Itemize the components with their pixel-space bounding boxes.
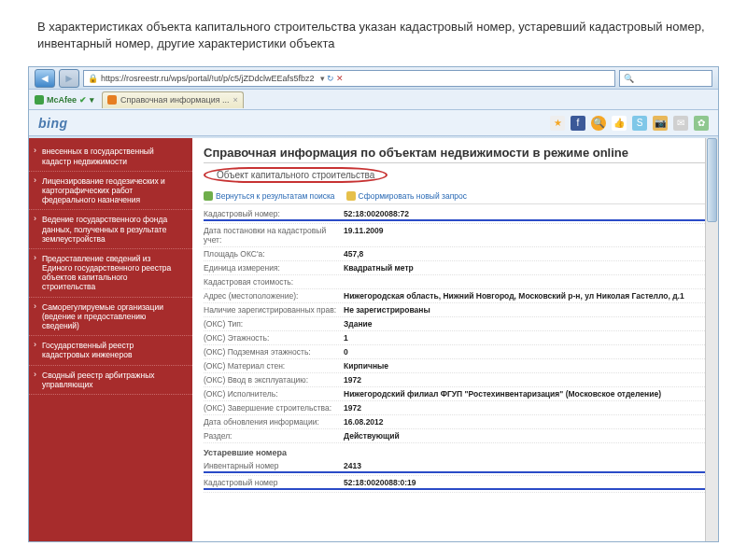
mcafee-label: McAfee — [47, 95, 77, 105]
search-bar[interactable]: 🔍 — [619, 70, 712, 87]
thumb-icon[interactable]: 👍 — [612, 116, 627, 131]
mcafee-badge[interactable]: McAfee ✔ ▾ — [35, 95, 94, 105]
check-icon: ✔ — [79, 95, 87, 105]
row-label: (ОКС) Подземная этажность: — [204, 347, 344, 357]
address-bar[interactable]: 🔒 https://rosreestr.ru/wps/portal/!ut/p/… — [83, 70, 615, 87]
star-icon[interactable]: ★ — [550, 116, 565, 131]
old-numbers-heading: Устаревшие номера — [204, 443, 707, 459]
sidebar-nav: внесенных в государственный кадастр недв… — [29, 138, 192, 541]
page-viewport: внесенных в государственный кадастр недв… — [29, 138, 718, 541]
camera-icon[interactable]: 📷 — [653, 116, 668, 131]
table-row: Инвентарный номер2413 — [204, 459, 707, 476]
back-button[interactable]: ◄ — [35, 69, 55, 88]
row-value: Действующий — [344, 431, 707, 441]
table-row: (ОКС) Этажность:1 — [204, 331, 707, 345]
row-value — [344, 277, 707, 287]
table-row: Адрес (местоположение):Нижегородская обл… — [204, 289, 707, 303]
row-value: Нижегородский филиал ФГУП "Ростехинвента… — [344, 389, 707, 399]
new-query-link[interactable]: Сформировать новый запрос — [346, 191, 467, 201]
property-table: Кадастровый номер:52:18:0020088:72Дата п… — [204, 207, 707, 443]
favicon-icon — [107, 95, 117, 105]
shield-icon — [35, 95, 44, 105]
table-row: (ОКС) Ввод в эксплуатацию:1972 — [204, 373, 707, 387]
new-query-icon — [346, 191, 356, 201]
table-row: (ОКС) Исполнитель:Нижегородский филиал Ф… — [204, 387, 707, 401]
row-label: Кадастровый номер — [204, 478, 344, 490]
search-orange-icon[interactable]: 🔍 — [591, 116, 606, 131]
page-title: Справочная информация по объектам недвиж… — [204, 146, 707, 163]
sidebar-item[interactable]: внесенных в государственный кадастр недв… — [29, 142, 192, 171]
row-value: 16.08.2012 — [344, 417, 707, 427]
sidebar-item[interactable]: Лицензирование геодезических и картограф… — [29, 172, 192, 211]
row-value: 0 — [344, 347, 707, 357]
back-to-results-link[interactable]: Вернуться к результатам поиска — [204, 191, 335, 201]
subtitle-wrap: Объект капитального строительства — [204, 167, 707, 183]
table-row: Дата обновления информации:16.08.2012 — [204, 415, 707, 429]
chevron-down-icon: ▾ — [90, 95, 94, 105]
bing-logo[interactable]: bing — [38, 116, 68, 131]
tab-bar: McAfee ✔ ▾ Справочная информация ... × — [29, 90, 718, 110]
stop-icon[interactable]: ✕ — [336, 74, 344, 83]
sidebar-item[interactable]: Государственный реестр кадастровых инжен… — [29, 336, 192, 365]
table-row: Площадь ОКС'а:457,8 — [204, 247, 707, 261]
row-label: (ОКС) Завершение строительства: — [204, 403, 344, 413]
row-label: Кадастровый номер: — [204, 209, 344, 221]
table-row: Единица измерения:Квадратный метр — [204, 261, 707, 275]
row-value: 52:18:0020088:72 — [344, 209, 707, 221]
object-type-subtitle: Объект капитального строительства — [204, 167, 388, 183]
row-value: Нижегородская область, Нижний Новгород, … — [344, 291, 707, 301]
dropdown-icon[interactable]: ▾ — [320, 74, 325, 83]
row-label: Площадь ОКС'а: — [204, 249, 344, 259]
skype-icon[interactable]: S — [632, 116, 647, 131]
row-label: Кадастровая стоимость: — [204, 277, 344, 287]
sidebar-item[interactable]: Ведение государственного фонда данных, п… — [29, 210, 192, 249]
main-content: Справочная информация по объектам недвиж… — [192, 138, 718, 541]
row-label: (ОКС) Этажность: — [204, 333, 344, 343]
row-value: 1 — [344, 333, 707, 343]
table-row: Дата постановки на кадастровый учет:19.1… — [204, 224, 707, 247]
extension-bar: bing ★ f 🔍 👍 S 📷 ✉ ✿ — [29, 110, 718, 136]
table-row: (ОКС) Завершение строительства:1972 — [204, 401, 707, 415]
sidebar-item[interactable]: Саморегулируемые организации (ведение и … — [29, 298, 192, 337]
row-value: 1972 — [344, 375, 707, 385]
browser-window: ◄ ► 🔒 https://rosreestr.ru/wps/portal/!u… — [28, 66, 719, 542]
social-icons: ★ f 🔍 👍 S 📷 ✉ ✿ — [550, 116, 709, 131]
row-label: Адрес (местоположение): — [204, 291, 344, 301]
row-value: Здание — [344, 319, 707, 329]
scroll-thumb[interactable] — [707, 138, 717, 222]
row-value: Не зарегистрированы — [344, 305, 707, 315]
table-row: Раздел:Действующий — [204, 429, 707, 443]
close-icon[interactable]: × — [233, 95, 238, 105]
row-label: (ОКС) Материал стен: — [204, 361, 344, 371]
row-value: 1972 — [344, 403, 707, 413]
row-label: Дата постановки на кадастровый учет: — [204, 226, 344, 245]
action-links: Вернуться к результатам поиска Сформиров… — [204, 189, 707, 204]
table-row: (ОКС) Материал стен:Кирпичные — [204, 359, 707, 373]
flower-icon[interactable]: ✿ — [694, 116, 709, 131]
lock-icon: 🔒 — [88, 74, 98, 83]
vertical-scrollbar[interactable] — [705, 138, 718, 541]
facebook-icon[interactable]: f — [571, 116, 585, 131]
back-green-icon — [204, 191, 213, 201]
row-label: (ОКС) Тип: — [204, 319, 344, 329]
tab-label: Справочная информация ... — [120, 95, 230, 105]
row-label: (ОКС) Ввод в эксплуатацию: — [204, 375, 344, 385]
table-row: (ОКС) Тип:Здание — [204, 317, 707, 331]
row-label: Наличие зарегистрированных прав: — [204, 305, 344, 315]
row-label: Раздел: — [204, 431, 344, 441]
refresh-icon[interactable]: ↻ — [327, 74, 334, 83]
row-label: Дата обновления информации: — [204, 417, 344, 427]
url-text: https://rosreestr.ru/wps/portal/!ut/p/c5… — [101, 74, 315, 83]
row-value: 457,8 — [344, 249, 707, 259]
browser-tab[interactable]: Справочная информация ... × — [102, 91, 244, 108]
table-row: Кадастровая стоимость: — [204, 275, 707, 289]
row-value: 52:18:0020088:0:19 — [344, 478, 707, 490]
mail-icon[interactable]: ✉ — [673, 116, 688, 131]
row-value: 19.11.2009 — [344, 226, 707, 245]
row-label: Инвентарный номер — [204, 461, 344, 473]
forward-button[interactable]: ► — [59, 69, 79, 88]
sidebar-item[interactable]: Сводный реестр арбитражных управляющих — [29, 366, 192, 395]
tabs: Справочная информация ... × — [102, 91, 244, 108]
sidebar-item[interactable]: Предоставление сведений из Единого госуд… — [29, 249, 192, 298]
row-value: Кирпичные — [344, 361, 707, 371]
